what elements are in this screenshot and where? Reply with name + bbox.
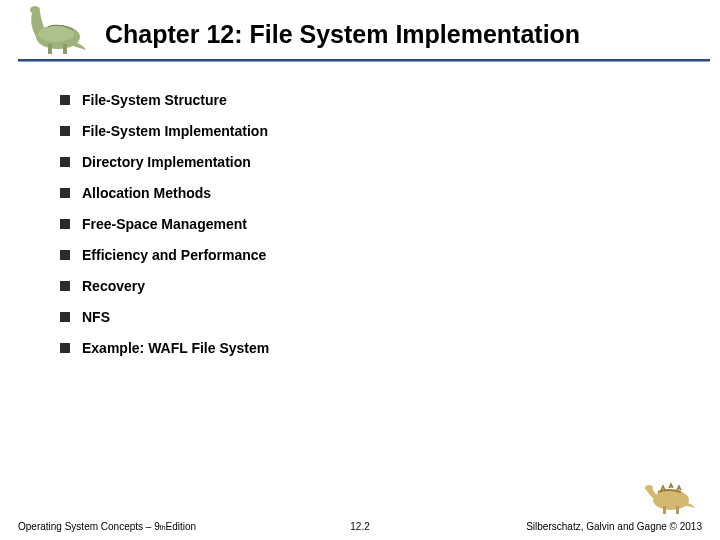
- list-item: File-System Implementation: [60, 123, 720, 139]
- footer-book-title-suffix: Edition: [166, 521, 197, 532]
- svg-point-6: [645, 485, 653, 491]
- bullet-icon: [60, 250, 70, 260]
- footer-book-title-prefix: Operating System Concepts – 9: [18, 521, 160, 532]
- footer-copyright: Silberschatz, Galvin and Gagne © 2013: [526, 521, 702, 532]
- footer-page-number: 12.2: [350, 521, 369, 532]
- footer-left: Operating System Concepts – 9th Edition: [18, 521, 196, 532]
- svg-rect-2: [48, 44, 52, 54]
- svg-point-1: [30, 6, 40, 14]
- bullet-icon: [60, 188, 70, 198]
- svg-rect-7: [663, 506, 666, 514]
- bullet-icon: [60, 281, 70, 291]
- bullet-list: File-System Structure File-System Implem…: [0, 62, 720, 356]
- bullet-icon: [60, 312, 70, 322]
- dinosaur-right-icon: [643, 476, 698, 516]
- bullet-text: NFS: [82, 309, 110, 325]
- list-item: Allocation Methods: [60, 185, 720, 201]
- bullet-icon: [60, 126, 70, 136]
- svg-point-5: [653, 490, 689, 510]
- bullet-text: Free-Space Management: [82, 216, 247, 232]
- list-item: Directory Implementation: [60, 154, 720, 170]
- bullet-text: Example: WAFL File System: [82, 340, 269, 356]
- list-item: Recovery: [60, 278, 720, 294]
- list-item: File-System Structure: [60, 92, 720, 108]
- bullet-icon: [60, 219, 70, 229]
- bullet-icon: [60, 343, 70, 353]
- bullet-text: Allocation Methods: [82, 185, 211, 201]
- list-item: Free-Space Management: [60, 216, 720, 232]
- slide-title: Chapter 12: File System Implementation: [10, 18, 710, 49]
- slide-header: Chapter 12: File System Implementation: [0, 0, 720, 49]
- svg-rect-3: [63, 44, 67, 54]
- svg-point-4: [38, 26, 74, 42]
- bullet-text: Directory Implementation: [82, 154, 251, 170]
- bullet-text: File-System Implementation: [82, 123, 268, 139]
- slide-footer: Operating System Concepts – 9th Edition …: [0, 521, 720, 532]
- list-item: Example: WAFL File System: [60, 340, 720, 356]
- bullet-text: Efficiency and Performance: [82, 247, 266, 263]
- slide: Chapter 12: File System Implementation F…: [0, 0, 720, 540]
- bullet-text: File-System Structure: [82, 92, 227, 108]
- dinosaur-left-icon: [18, 2, 88, 57]
- list-item: Efficiency and Performance: [60, 247, 720, 263]
- bullet-icon: [60, 95, 70, 105]
- list-item: NFS: [60, 309, 720, 325]
- bullet-icon: [60, 157, 70, 167]
- svg-rect-8: [676, 506, 679, 514]
- bullet-text: Recovery: [82, 278, 145, 294]
